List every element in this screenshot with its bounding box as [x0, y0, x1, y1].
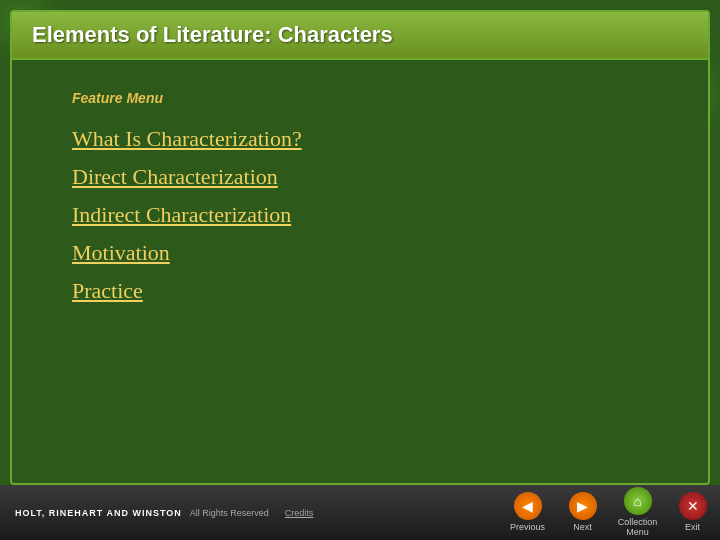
footer-nav: ◀ Previous ▶ Next ⌂ Collection Menu ✕ Ex…	[500, 485, 720, 540]
footer-left: HOLT, RINEHART AND WINSTON All Rights Re…	[0, 508, 500, 518]
list-item: Direct Characterization	[72, 164, 648, 190]
next-icon: ▶	[569, 492, 597, 520]
publisher-text: HOLT, RINEHART AND WINSTON	[15, 508, 182, 518]
menu-link-practice[interactable]: Practice	[72, 278, 143, 303]
previous-icon: ◀	[514, 492, 542, 520]
menu-link-what-is[interactable]: What Is Characterization?	[72, 126, 302, 151]
feature-menu-label: Feature Menu	[72, 90, 648, 106]
collection-menu-button[interactable]: ⌂ Collection Menu	[610, 485, 665, 540]
collection-menu-label: Collection Menu	[618, 518, 658, 538]
main-content: Feature Menu What Is Characterization? D…	[12, 60, 708, 346]
previous-button[interactable]: ◀ Previous	[500, 485, 555, 540]
main-container: Elements of Literature: Characters Featu…	[0, 0, 720, 540]
title-bar: Elements of Literature: Characters	[12, 12, 708, 60]
rights-text: All Rights Reserved	[190, 508, 269, 518]
content-area: Elements of Literature: Characters Featu…	[10, 10, 710, 485]
menu-link-direct[interactable]: Direct Characterization	[72, 164, 278, 189]
previous-label: Previous	[510, 523, 545, 533]
list-item: Indirect Characterization	[72, 202, 648, 228]
credits-link[interactable]: Credits	[285, 508, 314, 518]
menu-links: What Is Characterization? Direct Charact…	[72, 126, 648, 304]
list-item: What Is Characterization?	[72, 126, 648, 152]
exit-button[interactable]: ✕ Exit	[665, 485, 720, 540]
page-title: Elements of Literature: Characters	[32, 22, 393, 47]
menu-link-motivation[interactable]: Motivation	[72, 240, 170, 265]
menu-link-indirect[interactable]: Indirect Characterization	[72, 202, 291, 227]
list-item: Motivation	[72, 240, 648, 266]
exit-icon: ✕	[679, 492, 707, 520]
home-icon: ⌂	[624, 487, 652, 515]
footer-bar: HOLT, RINEHART AND WINSTON All Rights Re…	[0, 485, 720, 540]
next-label: Next	[573, 523, 592, 533]
exit-label: Exit	[685, 523, 700, 533]
list-item: Practice	[72, 278, 648, 304]
next-button[interactable]: ▶ Next	[555, 485, 610, 540]
